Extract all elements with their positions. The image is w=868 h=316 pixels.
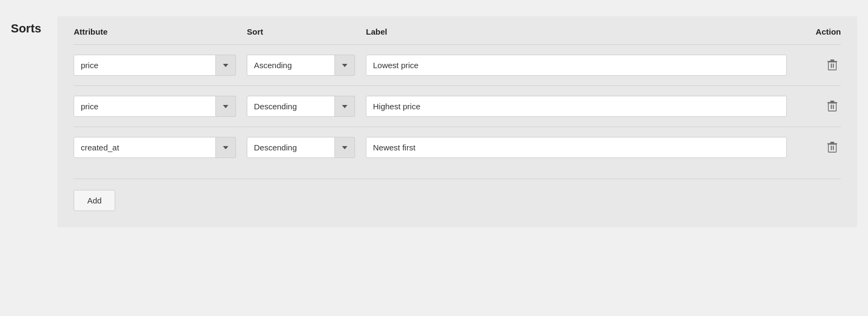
attribute-select-1[interactable]: price created_at name <box>74 55 236 76</box>
svg-rect-11 <box>831 146 832 150</box>
sorts-panel: Attribute Sort Label Action price create… <box>57 16 857 227</box>
delete-button-3[interactable] <box>824 139 841 157</box>
sort-column-header: Sort <box>247 27 355 36</box>
svg-rect-12 <box>833 146 834 150</box>
svg-rect-3 <box>827 61 837 62</box>
trash-icon-3 <box>827 142 838 154</box>
label-input-wrapper-3 <box>366 137 787 158</box>
label-input-2[interactable] <box>366 96 787 117</box>
table-row: price created_at name Ascending Descendi… <box>74 85 841 127</box>
sorts-section: Sorts Attribute Sort Label Action price … <box>0 0 868 316</box>
table-row: price created_at name Ascending Descendi… <box>74 127 841 168</box>
section-title: Sorts <box>11 16 41 36</box>
label-input-1[interactable] <box>366 55 787 76</box>
label-column-header: Label <box>366 27 787 36</box>
svg-rect-9 <box>830 101 834 102</box>
svg-rect-5 <box>828 103 837 111</box>
svg-rect-13 <box>827 143 837 144</box>
trash-icon-1 <box>827 60 838 71</box>
svg-rect-1 <box>831 63 832 68</box>
svg-rect-6 <box>831 104 832 109</box>
attribute-column-header: Attribute <box>74 27 236 36</box>
sort-select-wrapper-2: Ascending Descending <box>247 96 355 117</box>
svg-rect-2 <box>833 63 834 68</box>
action-column-header: Action <box>798 27 841 36</box>
label-input-wrapper-2 <box>366 96 787 117</box>
label-input-wrapper-1 <box>366 55 787 76</box>
svg-rect-0 <box>828 62 837 70</box>
sort-select-2[interactable]: Ascending Descending <box>247 96 355 117</box>
label-input-3[interactable] <box>366 137 787 158</box>
table-header: Attribute Sort Label Action <box>74 27 841 42</box>
add-button[interactable]: Add <box>74 190 115 211</box>
add-section: Add <box>74 179 841 211</box>
sort-select-1[interactable]: Ascending Descending <box>247 55 355 76</box>
table-row: price created_at name Ascending Descendi… <box>74 44 841 85</box>
svg-rect-14 <box>830 142 834 143</box>
attribute-select-2[interactable]: price created_at name <box>74 96 236 117</box>
attribute-select-wrapper-1: price created_at name <box>74 55 236 76</box>
action-cell-2 <box>798 97 841 116</box>
action-cell-1 <box>798 56 841 75</box>
trash-icon-2 <box>827 101 838 113</box>
sort-select-wrapper-1: Ascending Descending <box>247 55 355 76</box>
attribute-select-wrapper-2: price created_at name <box>74 96 236 117</box>
sort-select-wrapper-3: Ascending Descending <box>247 137 355 158</box>
svg-rect-10 <box>828 144 837 152</box>
svg-rect-4 <box>830 60 834 61</box>
attribute-select-3[interactable]: price created_at name <box>74 137 236 158</box>
delete-button-1[interactable] <box>824 56 841 75</box>
delete-button-2[interactable] <box>824 97 841 116</box>
sort-select-3[interactable]: Ascending Descending <box>247 137 355 158</box>
svg-rect-7 <box>833 104 834 109</box>
action-cell-3 <box>798 139 841 157</box>
svg-rect-8 <box>827 102 837 103</box>
attribute-select-wrapper-3: price created_at name <box>74 137 236 158</box>
